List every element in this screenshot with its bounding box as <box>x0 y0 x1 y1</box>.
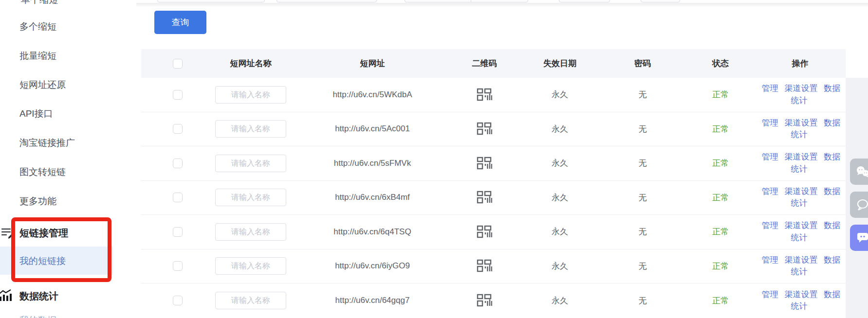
expiry-cell: 永久 <box>552 261 568 272</box>
sidebar-item[interactable]: 短网址还原 <box>19 79 66 91</box>
filter-daterange-remnant[interactable] <box>405 0 528 2</box>
sidebar-group-data-statistics[interactable]: 数据统计 <box>19 290 58 303</box>
manage-link[interactable]: 管理 <box>762 152 778 161</box>
channel-settings-link[interactable]: 渠道设置 <box>785 187 818 196</box>
actions-cell: 管理 渠道设置 数据统计 <box>755 151 846 175</box>
sidebar-item[interactable]: 多个缩短 <box>19 20 56 33</box>
row-select-cell <box>173 90 183 100</box>
status-badge: 正常 <box>712 158 729 169</box>
password-cell: 无 <box>639 295 647 306</box>
manage-link[interactable]: 管理 <box>762 221 778 230</box>
short-url-text: http://u6v.cn/6iyGO9 <box>335 261 410 271</box>
qr-code-icon[interactable] <box>477 225 492 239</box>
col-header-qrcode: 二维码 <box>472 58 497 69</box>
wechat-float-button[interactable] <box>850 159 868 185</box>
name-cell <box>215 86 286 104</box>
expiry-cell: 永久 <box>552 192 568 203</box>
row-select-cell <box>173 261 183 271</box>
name-cell <box>215 257 286 275</box>
name-input[interactable] <box>215 223 286 241</box>
row-checkbox[interactable] <box>173 227 183 237</box>
channel-settings-link[interactable]: 渠道设置 <box>785 118 818 127</box>
sidebar-item[interactable]: API接口 <box>19 107 53 120</box>
name-input[interactable] <box>215 189 286 206</box>
sidebar-item[interactable]: 图文转短链 <box>19 166 66 178</box>
search-button[interactable]: 查询 <box>154 11 206 34</box>
sidebar-item[interactable]: 淘宝链接推广 <box>19 137 75 149</box>
row-checkbox[interactable] <box>173 261 183 271</box>
actions-cell: 管理 渠道设置 数据统计 <box>755 186 846 210</box>
name-input[interactable] <box>215 292 286 309</box>
col-header-expiry: 失效日期 <box>543 58 576 69</box>
channel-settings-link[interactable]: 渠道设置 <box>785 255 818 265</box>
short-url-text: http://u6v.cn/6xB4mf <box>335 193 410 202</box>
qr-code-icon[interactable] <box>477 293 492 308</box>
name-cell <box>215 189 286 206</box>
expiry-cell: 永久 <box>552 158 568 169</box>
status-badge: 正常 <box>712 192 729 203</box>
table-row: http://u6v.cn/64gqg7 永久 无 正常 管理 渠道设置 数据统… <box>141 283 846 318</box>
sidebar-item-my-short-links[interactable]: 我的短链接 <box>19 255 66 267</box>
status-badge: 正常 <box>712 261 729 272</box>
name-cell <box>215 292 286 309</box>
name-input[interactable] <box>215 86 286 104</box>
name-input[interactable] <box>215 155 286 172</box>
short-url-text: http://u6v.cn/5sFMVk <box>334 159 411 168</box>
qr-code-icon[interactable] <box>477 88 492 102</box>
sidebar-item-partial-bottom[interactable]: 我的数据 <box>19 314 56 318</box>
sidebar-item[interactable]: 更多功能 <box>19 195 56 208</box>
sidebar-item[interactable]: 批量缩短 <box>19 50 56 62</box>
row-checkbox[interactable] <box>173 193 183 202</box>
expiry-cell: 永久 <box>552 124 568 135</box>
filter-select-remnant[interactable] <box>641 0 680 2</box>
filter-select-remnant[interactable] <box>559 0 610 2</box>
message-bubble-icon <box>856 231 868 244</box>
password-cell: 无 <box>639 192 647 203</box>
channel-settings-link[interactable]: 渠道设置 <box>785 290 818 299</box>
col-header-password: 密码 <box>634 58 651 69</box>
short-url-text: http://u6v.cn/64gqg7 <box>335 296 410 305</box>
channel-settings-link[interactable]: 渠道设置 <box>785 152 818 161</box>
name-input[interactable] <box>215 120 286 138</box>
manage-link[interactable]: 管理 <box>762 187 778 196</box>
status-badge: 正常 <box>712 124 729 135</box>
name-input[interactable] <box>215 257 286 275</box>
short-url-text: http://u6v.cn/5Ac001 <box>335 124 410 134</box>
chat-float-button[interactable] <box>850 192 868 218</box>
short-url-admin-page: { "sidebar": { "top_partial_item": "单个缩短… <box>0 0 868 318</box>
password-cell: 无 <box>639 261 647 272</box>
select-all-checkbox[interactable] <box>173 59 183 69</box>
password-cell: 无 <box>639 158 647 169</box>
qr-code-icon[interactable] <box>477 190 492 205</box>
row-checkbox[interactable] <box>173 296 183 305</box>
row-checkbox[interactable] <box>173 90 183 100</box>
status-badge: 正常 <box>712 226 729 237</box>
channel-settings-link[interactable]: 渠道设置 <box>785 221 818 230</box>
qr-code-icon[interactable] <box>477 259 492 273</box>
expiry-cell: 永久 <box>552 89 568 100</box>
table-row: http://u6v.cn/5Ac001 永久 无 正常 管理 渠道设置 数据统… <box>141 112 846 147</box>
row-select-cell <box>173 124 183 134</box>
row-select-cell <box>173 193 183 202</box>
manage-link[interactable]: 管理 <box>762 84 778 93</box>
row-checkbox[interactable] <box>173 124 183 134</box>
channel-settings-link[interactable]: 渠道设置 <box>785 84 818 93</box>
wechat-icon <box>855 165 868 178</box>
short-links-table: 短网址名称 短网址 二维码 失效日期 密码 状态 操作 http://u6v.c… <box>141 49 846 318</box>
sidebar-group-short-link-management[interactable]: 短链接管理 <box>19 227 68 240</box>
filter-input-remnant[interactable] <box>277 0 377 2</box>
doc-edit-icon <box>1 227 14 239</box>
qr-code-icon[interactable] <box>477 156 492 171</box>
manage-link[interactable]: 管理 <box>762 290 778 299</box>
col-header-name: 短网址名称 <box>230 58 272 69</box>
manage-link[interactable]: 管理 <box>762 255 778 265</box>
message-float-button[interactable] <box>850 225 868 251</box>
qr-code-icon[interactable] <box>477 122 492 136</box>
row-select-cell <box>173 227 183 237</box>
row-checkbox[interactable] <box>173 159 183 168</box>
filter-input-remnant[interactable] <box>157 0 265 2</box>
name-cell <box>215 120 286 138</box>
manage-link[interactable]: 管理 <box>762 118 778 127</box>
daterange-divider <box>471 0 471 2</box>
sidebar-item-partial-top[interactable]: 单个缩短 <box>21 0 58 6</box>
